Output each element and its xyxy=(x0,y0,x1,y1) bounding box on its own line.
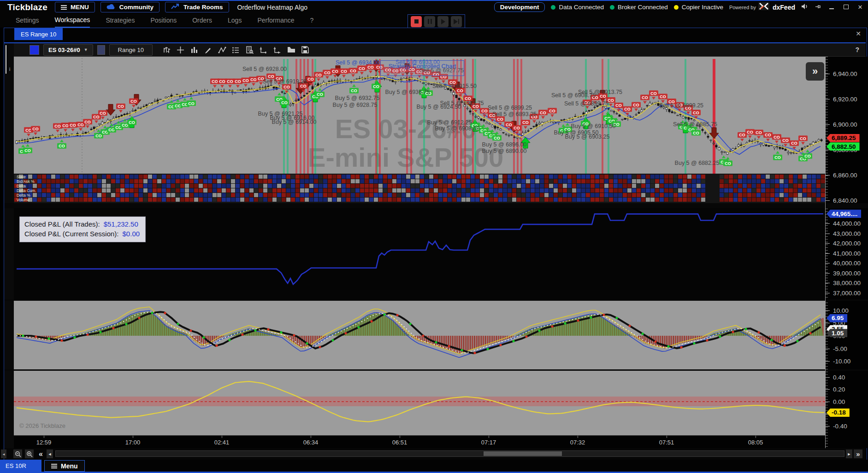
heatmap-cell xyxy=(618,175,622,179)
heatmap-cell xyxy=(378,193,383,197)
crosshair-icon[interactable] xyxy=(177,46,185,54)
scrollbar-thumb[interactable] xyxy=(484,451,562,456)
chart-style-icon[interactable] xyxy=(163,46,171,54)
pause-button[interactable] xyxy=(424,16,435,27)
scroll-left-arrow[interactable]: ◄ xyxy=(47,450,53,458)
heatmap-cell xyxy=(263,193,267,197)
series-color-swatch[interactable] xyxy=(97,45,105,55)
heatmap-cell xyxy=(125,179,129,183)
trade-rooms-button[interactable]: Trade Rooms xyxy=(165,2,229,12)
heatmap-cell xyxy=(752,193,756,197)
heatmap-cell xyxy=(498,184,502,188)
scrollbar-track[interactable] xyxy=(55,450,844,457)
draw-pencil-icon[interactable] xyxy=(204,46,213,54)
zoom-out-button[interactable] xyxy=(13,450,22,458)
nav-performance[interactable]: Performance xyxy=(257,14,294,27)
heatmap-cell xyxy=(351,179,355,183)
heatmap-cell xyxy=(457,188,461,193)
speaker-icon[interactable] xyxy=(801,3,809,12)
heatmap-cell xyxy=(798,188,802,193)
time-axis[interactable]: 12:5917:0002:4106:3406:5107:1707:3207:51… xyxy=(14,435,825,449)
polyline-tool-icon[interactable] xyxy=(218,46,226,54)
data-inspector-icon[interactable] xyxy=(246,46,254,54)
heatmap-cell xyxy=(480,184,484,188)
scroll-left-collapse-tab[interactable]: ◂ xyxy=(1,450,6,458)
heatmap-cell xyxy=(480,179,484,183)
indicator-canvas[interactable] xyxy=(14,301,825,369)
heatmap-cell xyxy=(452,193,456,197)
heatmap-cell xyxy=(42,184,46,188)
status-tab-es-10r[interactable]: ES 10R xyxy=(0,460,41,472)
heatmap-cell xyxy=(37,184,41,188)
heatmap-cell xyxy=(517,175,521,179)
folder-icon[interactable] xyxy=(287,46,295,54)
community-button[interactable]: Community xyxy=(100,2,159,12)
oscillator-pane[interactable]: © 2026 Tickblaze xyxy=(14,371,825,435)
heatmap-cell xyxy=(245,179,249,183)
heatmap-cell xyxy=(60,184,65,188)
tab-close-icon[interactable]: ✕ xyxy=(856,30,861,37)
chart-color-swatch[interactable] xyxy=(30,45,39,55)
collapsed-panel-tab[interactable]: i xyxy=(6,45,13,74)
heatmap-cell xyxy=(618,184,622,188)
nav-workspaces[interactable]: Workspaces xyxy=(55,13,90,28)
orderflow-heatmap-pane[interactable]: StateBid/Ask %DeltaDelta Cum.Delta %Volu… xyxy=(14,174,825,203)
nav-settings[interactable]: Settings xyxy=(16,14,39,27)
svg-text:CO: CO xyxy=(62,123,69,128)
nav-logs[interactable]: Logs xyxy=(228,14,242,27)
volume-icon[interactable] xyxy=(190,46,199,54)
play-button[interactable] xyxy=(437,16,449,27)
indicator-pane[interactable] xyxy=(14,301,825,369)
menu-button[interactable]: MENU xyxy=(55,2,95,12)
heatmap-cell xyxy=(618,188,622,193)
axis-scale-icon[interactable] xyxy=(260,46,268,54)
heatmap-cell xyxy=(637,188,641,193)
step-forward-button[interactable] xyxy=(451,16,462,27)
heatmap-cell xyxy=(775,179,779,183)
axis-tick-label: 6,920.00 xyxy=(833,96,857,103)
save-icon[interactable] xyxy=(301,46,309,54)
heatmap-cell xyxy=(130,188,134,193)
price-axis[interactable]: 6,940.006,920.006,900.006,880.006,860.00… xyxy=(825,57,868,448)
range-selector[interactable]: Range 10 xyxy=(109,44,153,56)
heatmap-cell xyxy=(332,184,337,188)
zoom-in-button[interactable] xyxy=(25,450,34,458)
axis-lock-icon[interactable] xyxy=(273,46,282,54)
heatmap-cell xyxy=(79,184,83,188)
workspace-tab-es-range-10[interactable]: ES Range 10 xyxy=(14,28,63,40)
heatmap-cell xyxy=(254,188,258,193)
jump-end-button[interactable]: » xyxy=(854,450,862,458)
jump-start-button[interactable]: « xyxy=(36,450,45,458)
heatmap-cell xyxy=(203,184,207,188)
stop-button[interactable] xyxy=(411,16,422,27)
heatmap-cell xyxy=(632,188,636,193)
co-buy-marker: CO xyxy=(57,140,66,149)
nav-orders[interactable]: Orders xyxy=(192,14,212,27)
scroll-right-arrow[interactable]: ► xyxy=(846,450,852,458)
minimize-button[interactable] xyxy=(827,4,836,11)
heatmap-cell xyxy=(567,179,572,183)
oscillator-canvas[interactable]: © 2026 Tickblaze xyxy=(14,371,825,435)
heatmap-cell xyxy=(162,175,166,179)
axis-collapse-button[interactable]: » xyxy=(806,62,824,81)
nav-help[interactable]: ? xyxy=(310,14,314,27)
maximize-button[interactable] xyxy=(842,4,850,11)
status-menu-button[interactable]: Menu xyxy=(44,460,85,472)
heatmap-cell xyxy=(415,198,419,202)
orderflow-heatmap-canvas[interactable]: StateBid/Ask %DeltaDelta Cum.Delta %Volu… xyxy=(14,174,825,203)
heatmap-cell xyxy=(457,179,461,183)
pin-icon[interactable] xyxy=(815,3,821,12)
heatmap-cell xyxy=(88,188,92,193)
nav-positions[interactable]: Positions xyxy=(150,14,177,27)
status-bar: ES 10R Menu xyxy=(0,460,868,473)
pane-splitter[interactable] xyxy=(4,203,866,208)
list-icon[interactable] xyxy=(232,46,240,54)
heatmap-cell xyxy=(245,198,249,202)
heatmap-cell xyxy=(392,184,396,188)
heatmap-cell xyxy=(249,175,254,179)
chart-help-button[interactable]: ? xyxy=(855,46,859,53)
close-button[interactable]: ✕ xyxy=(856,4,864,11)
nav-strategies[interactable]: Strategies xyxy=(106,14,135,27)
instrument-selector[interactable]: ES 03-26#0▼ xyxy=(43,44,93,56)
heatmap-cell xyxy=(116,193,120,197)
